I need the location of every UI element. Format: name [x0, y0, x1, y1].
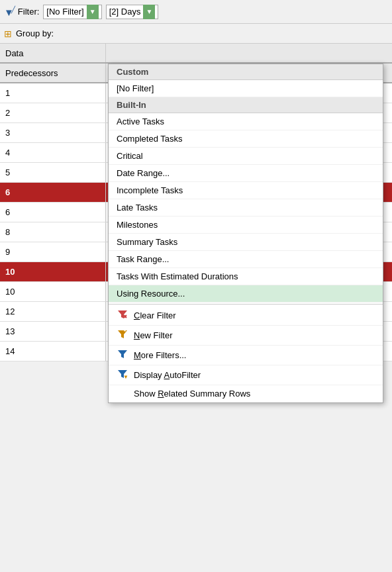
- predecessors-label: Predecessors: [0, 64, 106, 82]
- groupby-icon: ⊞: [4, 28, 12, 39]
- cell-pred-14: 14: [0, 342, 106, 361]
- dropdown-item-critical[interactable]: Critical: [109, 148, 383, 165]
- dropdown-item-incomplete-tasks[interactable]: Incomplete Tasks: [109, 182, 383, 199]
- filter-dropdown-arrow: ▼: [87, 5, 99, 19]
- cell-pred-6a: 6: [0, 183, 106, 202]
- dropdown-item-date-range[interactable]: Date Range...: [109, 165, 383, 182]
- active-tasks-label: Active Tasks: [117, 117, 164, 126]
- new-filter-label: New Filter: [134, 330, 173, 340]
- svg-marker-5: [118, 350, 127, 358]
- groupby-label: Group by:: [16, 28, 54, 38]
- dropdown-item-no-filter[interactable]: [No Filter]: [109, 80, 383, 97]
- days-dropdown-arrow: ▼: [143, 5, 155, 19]
- dropdown-item-completed-tasks[interactable]: Completed Tasks: [109, 130, 383, 148]
- late-tasks-label: Late Tasks: [117, 203, 158, 213]
- svg-text:*: *: [124, 329, 126, 334]
- milestones-label: Milestones: [117, 220, 158, 230]
- display-autofilter-label: Display AutoFilter: [134, 370, 201, 380]
- filter-icon: ▼╱: [4, 6, 15, 18]
- column-header-row: Data: [0, 44, 392, 64]
- dropdown-item-display-autofilter[interactable]: ▼ Display AutoFilter: [109, 365, 383, 385]
- data-column-header: Data: [0, 44, 106, 62]
- dropdown-section-builtin: Built-In: [109, 97, 383, 113]
- groupby-row: ⊞ Group by:: [0, 24, 392, 44]
- filter-dropdown-button[interactable]: [No Filter] ▼: [43, 5, 101, 19]
- filter-value-text: [No Filter]: [46, 7, 83, 17]
- dropdown-item-summary-tasks[interactable]: Summary Tasks: [109, 234, 383, 251]
- cell-pred-10b: 10: [0, 282, 106, 301]
- dropdown-item-using-resource[interactable]: Using Resource...: [109, 285, 383, 303]
- dropdown-divider-1: [109, 304, 383, 305]
- dropdown-item-new-filter[interactable]: * New Filter: [109, 326, 383, 346]
- cell-pred-13: 13: [0, 322, 106, 341]
- cell-pred-4: 4: [0, 143, 106, 162]
- dropdown-item-clear-filter[interactable]: Clear Filter: [109, 306, 383, 326]
- filter-label-group: ▼╱ Filter:: [4, 6, 39, 18]
- more-filters-label: More Filters...: [134, 350, 186, 360]
- dropdown-item-more-filters[interactable]: More Filters...: [109, 346, 383, 365]
- cell-pred-10a: 10: [0, 262, 106, 281]
- days-value-text: [2] Days: [109, 7, 141, 17]
- dropdown-section-custom: Custom: [109, 64, 383, 80]
- no-filter-label: [No Filter]: [117, 83, 154, 93]
- display-autofilter-icon: ▼: [117, 369, 128, 381]
- clear-filter-label: Clear Filter: [134, 310, 176, 320]
- estimated-durations-label: Tasks With Estimated Durations: [117, 271, 238, 281]
- date-range-label: Date Range...: [117, 168, 170, 178]
- new-filter-icon: *: [117, 329, 128, 342]
- dropdown-item-late-tasks[interactable]: Late Tasks: [109, 199, 383, 216]
- dropdown-item-milestones[interactable]: Milestones: [109, 216, 383, 234]
- incomplete-tasks-label: Incomplete Tasks: [117, 185, 183, 195]
- task-range-label: Task Range...: [117, 254, 170, 264]
- cell-pred-6b: 6: [0, 203, 106, 222]
- dropdown-item-active-tasks[interactable]: Active Tasks: [109, 113, 383, 130]
- show-related-summary-rows-label: Show Related Summary Rows: [134, 389, 250, 399]
- filter-text-label: Filter:: [18, 7, 40, 17]
- data-area: Predecessors 1 2 3 4 5 6 6 8 9 10 10 12 …: [0, 64, 392, 361]
- summary-tasks-label: Summary Tasks: [117, 237, 177, 247]
- svg-text:▼: ▼: [123, 374, 128, 379]
- clear-filter-icon: [117, 309, 128, 322]
- critical-label: Critical: [117, 151, 143, 161]
- toolbar: ▼╱ Filter: [No Filter] ▼ [2] Days ▼: [0, 0, 392, 24]
- dropdown-item-estimated-durations[interactable]: Tasks With Estimated Durations: [109, 268, 383, 285]
- cell-pred-12: 12: [0, 302, 106, 321]
- cell-pred-3: 3: [0, 123, 106, 142]
- completed-tasks-label: Completed Tasks: [117, 134, 182, 144]
- cell-pred-5: 5: [0, 163, 106, 182]
- cell-pred-1: 1: [0, 83, 106, 103]
- dropdown-item-task-range[interactable]: Task Range...: [109, 251, 383, 268]
- filter-dropdown-menu: Custom [No Filter] Built-In Active Tasks…: [108, 64, 383, 403]
- dropdown-item-show-related-summary-rows[interactable]: Show Related Summary Rows: [109, 385, 383, 403]
- cell-pred-2: 2: [0, 103, 106, 122]
- using-resource-label: Using Resource...: [117, 289, 185, 299]
- more-filters-icon: [117, 349, 128, 361]
- days-dropdown-button[interactable]: [2] Days ▼: [106, 5, 159, 19]
- cell-pred-9: 9: [0, 242, 106, 262]
- cell-pred-8: 8: [0, 222, 106, 242]
